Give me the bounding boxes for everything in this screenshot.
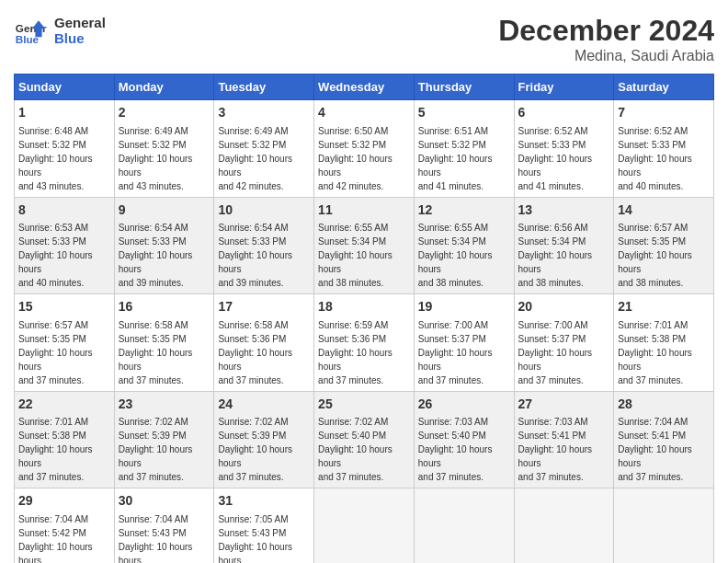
day-number: 31	[218, 492, 310, 511]
day-number: 6	[518, 104, 610, 122]
cell-info: Sunrise: 6:49 AMSunset: 5:32 PMDaylight:…	[119, 126, 193, 191]
day-number: 12	[418, 201, 510, 220]
calendar-cell: 4Sunrise: 6:50 AMSunset: 5:32 PMDaylight…	[314, 100, 415, 198]
calendar-cell	[314, 488, 415, 563]
cell-info: Sunrise: 6:53 AMSunset: 5:33 PMDaylight:…	[18, 223, 93, 288]
calendar-cell: 3Sunrise: 6:49 AMSunset: 5:32 PMDaylight…	[214, 100, 314, 198]
day-number: 23	[119, 396, 210, 414]
calendar-cell: 1Sunrise: 6:48 AMSunset: 5:32 PMDaylight…	[15, 100, 115, 198]
calendar-cell: 10Sunrise: 6:54 AMSunset: 5:33 PMDayligh…	[214, 197, 314, 294]
day-number: 18	[318, 298, 410, 316]
day-number: 28	[618, 396, 710, 414]
calendar-table: SundayMondayTuesdayWednesdayThursdayFrid…	[14, 74, 714, 563]
cell-info: Sunrise: 6:52 AMSunset: 5:33 PMDaylight:…	[518, 126, 593, 191]
cell-info: Sunrise: 6:49 AMSunset: 5:32 PMDaylight:…	[218, 126, 292, 191]
day-number: 8	[18, 201, 110, 220]
day-number: 10	[218, 201, 310, 220]
cell-info: Sunrise: 6:50 AMSunset: 5:32 PMDaylight:…	[318, 126, 392, 191]
calendar-cell	[414, 488, 514, 563]
cell-info: Sunrise: 6:57 AMSunset: 5:35 PMDaylight:…	[618, 223, 692, 288]
cell-info: Sunrise: 7:02 AMSunset: 5:40 PMDaylight:…	[318, 417, 392, 482]
day-number: 29	[18, 492, 110, 511]
cell-info: Sunrise: 7:04 AMSunset: 5:42 PMDaylight:…	[18, 514, 93, 563]
calendar-week-row: 15Sunrise: 6:57 AMSunset: 5:35 PMDayligh…	[15, 294, 714, 392]
calendar-week-row: 29Sunrise: 7:04 AMSunset: 5:42 PMDayligh…	[15, 488, 714, 563]
cell-info: Sunrise: 7:03 AMSunset: 5:40 PMDaylight:…	[418, 417, 493, 482]
cell-info: Sunrise: 6:51 AMSunset: 5:32 PMDaylight:…	[418, 126, 493, 191]
calendar-cell: 27Sunrise: 7:03 AMSunset: 5:41 PMDayligh…	[514, 391, 614, 488]
day-number: 4	[318, 104, 410, 122]
calendar-cell: 14Sunrise: 6:57 AMSunset: 5:35 PMDayligh…	[614, 197, 714, 294]
calendar-cell	[514, 488, 614, 563]
calendar-week-row: 1Sunrise: 6:48 AMSunset: 5:32 PMDaylight…	[15, 100, 714, 198]
calendar-cell: 15Sunrise: 6:57 AMSunset: 5:35 PMDayligh…	[15, 294, 115, 392]
weekday-header-row: SundayMondayTuesdayWednesdayThursdayFrid…	[15, 75, 714, 100]
calendar-week-row: 8Sunrise: 6:53 AMSunset: 5:33 PMDaylight…	[15, 197, 714, 294]
day-number: 26	[418, 396, 510, 414]
day-number: 16	[119, 298, 210, 316]
day-number: 3	[218, 104, 310, 122]
cell-info: Sunrise: 7:04 AMSunset: 5:43 PMDaylight:…	[119, 514, 193, 563]
calendar-cell: 25Sunrise: 7:02 AMSunset: 5:40 PMDayligh…	[314, 391, 415, 488]
calendar-cell	[614, 488, 714, 563]
weekday-header-tuesday: Tuesday	[214, 75, 314, 100]
page-header: General Blue General Blue December 2024 …	[14, 14, 714, 64]
cell-info: Sunrise: 7:02 AMSunset: 5:39 PMDaylight:…	[119, 417, 193, 482]
day-number: 20	[518, 298, 610, 316]
cell-info: Sunrise: 7:03 AMSunset: 5:41 PMDaylight:…	[518, 417, 593, 482]
day-number: 7	[618, 104, 710, 122]
day-number: 9	[119, 201, 210, 220]
calendar-cell: 31Sunrise: 7:05 AMSunset: 5:43 PMDayligh…	[214, 488, 314, 563]
calendar-cell: 29Sunrise: 7:04 AMSunset: 5:42 PMDayligh…	[15, 488, 115, 563]
calendar-cell: 18Sunrise: 6:59 AMSunset: 5:36 PMDayligh…	[314, 294, 415, 392]
calendar-cell: 5Sunrise: 6:51 AMSunset: 5:32 PMDaylight…	[414, 100, 514, 198]
cell-info: Sunrise: 7:02 AMSunset: 5:39 PMDaylight:…	[218, 417, 292, 482]
cell-info: Sunrise: 6:58 AMSunset: 5:36 PMDaylight:…	[218, 320, 292, 385]
weekday-header-friday: Friday	[514, 75, 614, 100]
calendar-cell: 30Sunrise: 7:04 AMSunset: 5:43 PMDayligh…	[114, 488, 214, 563]
calendar-cell: 11Sunrise: 6:55 AMSunset: 5:34 PMDayligh…	[314, 197, 415, 294]
day-number: 2	[119, 104, 210, 122]
calendar-cell: 12Sunrise: 6:55 AMSunset: 5:34 PMDayligh…	[414, 197, 514, 294]
weekday-header-monday: Monday	[114, 75, 214, 100]
cell-info: Sunrise: 7:01 AMSunset: 5:38 PMDaylight:…	[618, 320, 692, 385]
cell-info: Sunrise: 6:52 AMSunset: 5:33 PMDaylight:…	[618, 126, 692, 191]
cell-info: Sunrise: 7:04 AMSunset: 5:41 PMDaylight:…	[618, 417, 692, 482]
day-number: 27	[518, 396, 610, 414]
calendar-cell: 26Sunrise: 7:03 AMSunset: 5:40 PMDayligh…	[414, 391, 514, 488]
calendar-week-row: 22Sunrise: 7:01 AMSunset: 5:38 PMDayligh…	[15, 391, 714, 488]
day-number: 14	[618, 201, 710, 220]
day-number: 15	[18, 298, 110, 316]
calendar-cell: 2Sunrise: 6:49 AMSunset: 5:32 PMDaylight…	[114, 100, 214, 198]
cell-info: Sunrise: 6:55 AMSunset: 5:34 PMDaylight:…	[318, 223, 392, 288]
calendar-cell: 28Sunrise: 7:04 AMSunset: 5:41 PMDayligh…	[614, 391, 714, 488]
location-title: Medina, Saudi Arabia	[498, 48, 714, 64]
cell-info: Sunrise: 6:48 AMSunset: 5:32 PMDaylight:…	[18, 126, 93, 191]
calendar-cell: 8Sunrise: 6:53 AMSunset: 5:33 PMDaylight…	[15, 197, 115, 294]
calendar-cell: 6Sunrise: 6:52 AMSunset: 5:33 PMDaylight…	[514, 100, 614, 198]
logo-general: General	[54, 15, 106, 30]
title-section: December 2024 Medina, Saudi Arabia	[498, 14, 714, 64]
day-number: 17	[218, 298, 310, 316]
cell-info: Sunrise: 7:00 AMSunset: 5:37 PMDaylight:…	[418, 320, 493, 385]
day-number: 25	[318, 396, 410, 414]
day-number: 1	[18, 104, 110, 122]
cell-info: Sunrise: 7:01 AMSunset: 5:38 PMDaylight:…	[18, 417, 93, 482]
calendar-cell: 20Sunrise: 7:00 AMSunset: 5:37 PMDayligh…	[514, 294, 614, 392]
calendar-cell: 22Sunrise: 7:01 AMSunset: 5:38 PMDayligh…	[15, 391, 115, 488]
cell-info: Sunrise: 6:54 AMSunset: 5:33 PMDaylight:…	[218, 223, 292, 288]
weekday-header-wednesday: Wednesday	[314, 75, 415, 100]
day-number: 24	[218, 396, 310, 414]
month-title: December 2024	[498, 14, 714, 48]
cell-info: Sunrise: 7:05 AMSunset: 5:43 PMDaylight:…	[218, 514, 292, 563]
calendar-cell: 17Sunrise: 6:58 AMSunset: 5:36 PMDayligh…	[214, 294, 314, 392]
day-number: 5	[418, 104, 510, 122]
cell-info: Sunrise: 6:59 AMSunset: 5:36 PMDaylight:…	[318, 320, 392, 385]
day-number: 30	[119, 492, 210, 511]
calendar-cell: 7Sunrise: 6:52 AMSunset: 5:33 PMDaylight…	[614, 100, 714, 198]
cell-info: Sunrise: 6:56 AMSunset: 5:34 PMDaylight:…	[518, 223, 593, 288]
day-number: 11	[318, 201, 410, 220]
logo: General Blue General Blue	[14, 14, 106, 47]
weekday-header-saturday: Saturday	[614, 75, 714, 100]
cell-info: Sunrise: 6:55 AMSunset: 5:34 PMDaylight:…	[418, 223, 493, 288]
